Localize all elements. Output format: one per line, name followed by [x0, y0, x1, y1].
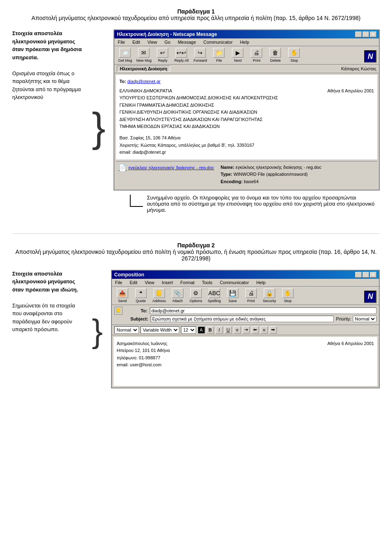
btn-file[interactable]: 📁 File [211, 48, 227, 63]
btn-security[interactable]: 🔒 Security [261, 288, 278, 303]
print2-icon: 🖨 [245, 288, 257, 298]
quote-icon: ❝ [135, 288, 147, 298]
email-to-address[interactable]: diadp@otenet.gr [127, 79, 161, 84]
left-annotation-1: Στοιχεία αποστολέα ηλεκτρονικού μηνύματο… [12, 29, 84, 213]
comp-menu-format[interactable]: Format [179, 280, 196, 285]
to-input[interactable] [150, 307, 376, 314]
comp-minimize-btn[interactable]: _ [355, 272, 362, 278]
letter-line-5: ΤΜΗΜΑ ΜΕΘΟΔΩΝ ΕΡΓΑΣΙΑΣ ΚΑΙ ΔΙΑΔΙΚΑΣΙΩΝ [119, 123, 278, 130]
comp-menu-insert[interactable]: Insert [160, 280, 175, 285]
format-color-btn[interactable]: A [198, 326, 205, 334]
comp-menu-view[interactable]: View [143, 280, 156, 285]
attachment-info: Name: εγκύκλιος ηλεκτρονικής διοίκησης -… [220, 164, 321, 186]
comp-maximize-btn[interactable]: □ [363, 272, 369, 278]
desc-text-1: Συνημμένο αρχείο. Οι πληροφορίες για το … [147, 195, 374, 213]
address-book-btn[interactable]: 📒 [114, 307, 122, 315]
letter-address: Βασ. Σοφίας 15, 106 74 Αθήνα [119, 135, 374, 142]
security-icon: 🔒 [264, 288, 275, 298]
body-line-0: Ασημακόπουλος Ιωάννης [117, 340, 170, 348]
menu-help[interactable]: Help [238, 39, 251, 45]
window1-container: Ηλεκτρονική Διοίκηση - Netscape Message … [114, 29, 380, 213]
send-icon: 📤 [117, 288, 128, 298]
menu-file[interactable]: File [116, 39, 127, 45]
btn-options[interactable]: ⚙ Options [188, 288, 204, 303]
format-align-center-btn[interactable]: ≡ [261, 326, 268, 334]
subject-input[interactable] [151, 316, 334, 322]
address-sender: Κάπαρος Κώστας [341, 66, 376, 71]
format-italic-btn[interactable]: I [216, 326, 223, 334]
format-toolbar: Normal Variable Width 12 A B I U ≡ ⇥ ⬅ ≡ [112, 325, 379, 335]
letter-left: ΕΛΛΗΝΙΚΗ ΔΗΜΟΚΡΑΤΙΑ ΥΠΟΥΡΓΕΙΟ ΕΣΩΤΕΡΙΚΩΝ… [119, 87, 278, 131]
btn-quote[interactable]: ❝ Quote [133, 288, 149, 303]
btn-newmsg[interactable]: ✉ New Msg [136, 48, 152, 63]
btn-reply[interactable]: ↩ Reply [154, 48, 171, 63]
to-field-row: 📒 To: [114, 307, 376, 315]
subtitle2-label: Αποστολή μηνύματος ηλεκτρονικού ταχυδρομ… [16, 249, 377, 262]
page-container: Παράδειγμα 1 Αποστολή μηνύματος ηλεκτρον… [0, 0, 392, 397]
letter-contact: Χειριστής: Κώστας Κάπαρος, υπάλληλος με … [119, 142, 374, 149]
priority-area: Priority: Normal [336, 316, 376, 322]
netscape-logo-2: N [364, 291, 376, 303]
format-bold-btn[interactable]: B [207, 326, 214, 334]
format-list-btn[interactable]: ≡ [234, 326, 241, 334]
subject-field-row: Subject: Priority: Normal [114, 316, 376, 322]
comp-menu-edit[interactable]: Edit [128, 280, 139, 285]
maximize-btn[interactable]: □ [363, 31, 369, 37]
format-align-right-btn[interactable]: ➡ [270, 326, 277, 334]
menu-view[interactable]: View [146, 39, 159, 45]
btn-replyall[interactable]: ↩↩ Reply All [173, 48, 189, 63]
stop2-icon: ✋ [282, 288, 294, 298]
menu-communicator[interactable]: Communicator [202, 39, 234, 45]
btn-stop[interactable]: ✋ Stop [286, 48, 302, 63]
comp-body[interactable]: Ασημακόπουλος Ιωάννης Ηπείρου 12, 101 01… [114, 337, 377, 386]
btn-delete[interactable]: 🗑 Delete [267, 48, 283, 63]
attachment-file-link[interactable]: 📄 εγκύκλιος ηλεκτρονικής διοίκησης - reg… [118, 164, 214, 172]
annotation-arrow-1: Συνημμένο αρχείο. Οι πληροφορίες για το … [114, 195, 380, 213]
window2-container: Composition _ □ ✕ File Edit View Insert … [111, 270, 380, 388]
format-size-select[interactable]: 12 [181, 326, 196, 334]
format-indent-btn[interactable]: ⇥ [243, 326, 250, 334]
format-underline-btn[interactable]: U [225, 326, 232, 334]
minimize-btn[interactable]: _ [355, 31, 362, 37]
menu-message[interactable]: Message [176, 39, 198, 45]
options-icon: ⚙ [190, 288, 202, 298]
comp-close-btn[interactable]: ✕ [370, 272, 376, 278]
section-divider [12, 233, 380, 234]
comp-menu-communicator[interactable]: Communicator [218, 280, 251, 285]
body-line-2: τηλέφωνο: 01-998877 [117, 354, 170, 362]
btn-getmsg[interactable]: 📨 Get Msg [117, 48, 133, 63]
window2-titlebar: Composition _ □ ✕ [112, 271, 379, 279]
attachment-area: 📄 εγκύκλιος ηλεκτρονικής διοίκησης - reg… [116, 161, 377, 188]
btn-print[interactable]: 🖨 Print [248, 48, 265, 63]
newmsg-icon: ✉ [138, 48, 149, 58]
format-align-left-btn[interactable]: ⬅ [252, 326, 259, 334]
menu-go[interactable]: Go [163, 39, 172, 45]
format-paragraph-select[interactable]: Normal [114, 326, 139, 334]
section1: Στοιχεία αποστολέα ηλεκτρονικού μηνύματο… [12, 29, 380, 213]
email-to-line: To: diadp@otenet.gr [119, 78, 374, 85]
next-icon: ▶ [232, 48, 243, 58]
window2-title: Composition [114, 272, 144, 278]
comp-menu-file[interactable]: File [114, 280, 124, 285]
priority-select[interactable]: Normal [353, 316, 376, 322]
btn-forward[interactable]: ↪ Forward [192, 48, 208, 63]
forward-icon: ↪ [194, 48, 206, 58]
btn-save[interactable]: 💾 Save [225, 288, 241, 303]
btn-print2[interactable]: 🖨 Print [243, 288, 259, 303]
letter-line-3: ΓΕΝΙΚΗ ΔΙΕΥΘΥΝΣΗ ΔΙΟΙΚΗΤΙΚΗΣ ΟΡΓΑΝΩΣΗΣ Κ… [119, 109, 278, 116]
btn-spelling[interactable]: ABC Spelling [206, 288, 223, 303]
comp-menu-help[interactable]: Help [255, 280, 267, 285]
comp-menu-tools[interactable]: Tools [200, 280, 214, 285]
netscape-window: Ηλεκτρονική Διοίκηση - Netscape Message … [114, 29, 380, 191]
btn-attach[interactable]: 📎 Attach [169, 288, 186, 303]
format-font-select[interactable]: Variable Width [140, 326, 179, 334]
body-line-1: Ηπείρου 12, 101 01 Αθήνα [117, 347, 170, 354]
btn-stop2[interactable]: ✋ Stop [280, 288, 296, 303]
btn-address[interactable]: 📒 Address [151, 288, 167, 303]
btn-next[interactable]: ▶ Next [229, 48, 246, 63]
attach-icon: 📎 [172, 288, 183, 298]
menu-edit[interactable]: Edit [131, 39, 142, 45]
btn-send[interactable]: 📤 Send [114, 288, 131, 303]
comp-fields: 📒 To: Subject: Priority: Normal [112, 305, 379, 325]
close-btn[interactable]: ✕ [370, 31, 376, 37]
